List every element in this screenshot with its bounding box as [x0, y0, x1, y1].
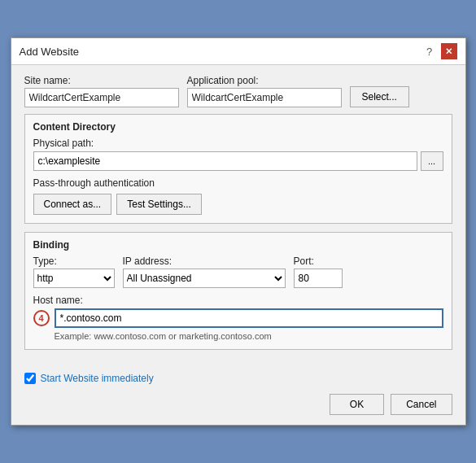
binding-row: Type: http IP address: All Unassigned Po… [33, 256, 443, 288]
bottom-buttons: OK Cancel [24, 394, 452, 415]
add-website-dialog: Add Website ? ✕ Site name: Application p… [11, 37, 466, 426]
dialog-body: Site name: Application pool: Select... C… [11, 65, 465, 368]
bottom-area: Start Website immediately OK Cancel [11, 368, 465, 425]
physical-path-label: Physical path: [33, 138, 443, 149]
action-buttons: Connect as... Test Settings... [33, 194, 443, 215]
host-name-wrapper: 4 [55, 308, 443, 328]
site-name-row: Site name: Application pool: Select... [24, 75, 452, 107]
start-website-row: Start Website immediately [24, 373, 452, 384]
test-settings-button[interactable]: Test Settings... [116, 194, 202, 215]
select-button[interactable]: Select... [350, 86, 409, 107]
host-name-label: Host name: [33, 295, 443, 306]
physical-path-input[interactable] [33, 151, 417, 171]
connect-as-button[interactable]: Connect as... [33, 194, 112, 215]
app-pool-input[interactable] [187, 88, 342, 107]
start-website-label[interactable]: Start Website immediately [41, 373, 154, 384]
binding-section: Binding Type: http IP address: All Unass… [24, 232, 452, 350]
app-pool-group: Application pool: [187, 75, 342, 107]
pass-through-label: Pass-through authentication [33, 177, 443, 189]
title-bar-right: ? ✕ [421, 43, 457, 59]
port-input[interactable] [294, 269, 343, 288]
browse-button[interactable]: ... [421, 151, 443, 171]
ip-select[interactable]: All Unassigned [123, 269, 286, 288]
host-name-section: Host name: 4 Example: www.contoso.com or… [33, 295, 443, 341]
ip-label: IP address: [123, 256, 286, 267]
site-name-input[interactable] [24, 88, 179, 107]
ok-button[interactable]: OK [330, 394, 384, 415]
start-website-checkbox[interactable] [24, 373, 36, 384]
content-directory-section: Content Directory Physical path: ... Pas… [24, 114, 452, 224]
close-button[interactable]: ✕ [441, 43, 457, 59]
host-name-input[interactable] [55, 308, 443, 328]
ip-group: IP address: All Unassigned [123, 256, 286, 288]
dialog-title: Add Website [20, 46, 79, 58]
type-group: Type: http [33, 256, 115, 288]
title-bar: Add Website ? ✕ [11, 38, 465, 65]
port-label: Port: [294, 256, 343, 267]
binding-title: Binding [33, 239, 443, 251]
site-name-label: Site name: [24, 75, 179, 86]
help-button[interactable]: ? [421, 43, 438, 59]
app-pool-label: Application pool: [187, 75, 342, 86]
type-label: Type: [33, 256, 115, 267]
example-text: Example: www.contoso.com or marketing.co… [55, 331, 443, 341]
port-group: Port: [294, 256, 343, 288]
physical-path-row: ... [33, 151, 443, 171]
site-name-group: Site name: [24, 75, 179, 107]
title-bar-left: Add Website [20, 46, 79, 58]
content-directory-title: Content Directory [33, 121, 443, 133]
cancel-button[interactable]: Cancel [391, 394, 452, 415]
step-badge: 4 [33, 310, 50, 326]
type-select[interactable]: http [33, 269, 115, 288]
